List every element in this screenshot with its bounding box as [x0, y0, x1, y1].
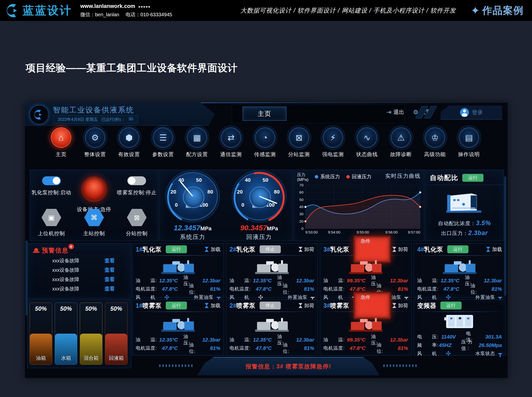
outlet-pressure-value: 2.3bar: [468, 229, 488, 236]
sliders-icon: ☰: [159, 133, 167, 143]
arrows-icon: ▸▸▸▸▸: [139, 4, 151, 9]
host-control-button[interactable]: ▣: [42, 209, 61, 226]
book-icon: ▤: [465, 133, 473, 143]
svg-text:0: 0: [301, 226, 303, 231]
hourglass-icon: [205, 303, 209, 308]
logout-button[interactable]: ⇥ 退出: [386, 108, 404, 116]
nav-item-home[interactable]: ⌂ 主页: [48, 127, 74, 167]
svg-text:50: 50: [299, 198, 303, 202]
svg-text:9:54:00: 9:54:00: [328, 230, 340, 234]
tanks-panel: 50% 油箱 50% 水箱 50% 混合箱 50% 回液箱: [27, 299, 131, 368]
card-spray-pump-2: 2# 喷雾泵 停止 卸荷 油 温:12.35°C油 压:12.3bar 电机温度…: [226, 299, 318, 356]
tab-home[interactable]: 主页: [243, 107, 286, 121]
view-link[interactable]: 查看: [104, 257, 115, 264]
unload-action[interactable]: 卸荷: [299, 302, 314, 309]
nav-item-parameter-settings[interactable]: ☰ 参数设置: [150, 127, 176, 167]
alert-row: xxx设备故障 查看: [28, 265, 131, 275]
gear-icon: ⚙: [91, 133, 99, 143]
siren-icon: [33, 248, 39, 253]
svg-text:40: 40: [299, 205, 303, 209]
nav-item-sensor-monitor[interactable]: ◔ 传感监测: [252, 127, 278, 167]
spray-pump-toggle[interactable]: [127, 176, 146, 185]
hourglass-icon: [392, 303, 396, 308]
emulsion-pump-toggle[interactable]: [42, 176, 61, 185]
oil-tank: 50% 油箱: [30, 303, 52, 365]
view-link[interactable]: 查看: [104, 276, 115, 283]
runtime-value: 30: [129, 117, 133, 122]
emulsion-toggle-label: 乳化泵控制:启动: [32, 189, 71, 196]
unload-action[interactable]: 卸荷: [392, 246, 408, 253]
contact-block: www.lanlanwork.com▸▸▸▸▸ 微信：ben_lanlan电话：…: [80, 3, 179, 18]
auto-ratio-title: 自动配比: [430, 173, 458, 182]
status-badge: 停止: [260, 245, 281, 253]
unload-action[interactable]: 卸荷: [392, 302, 408, 309]
hourglass-icon: [205, 247, 209, 252]
ratio-value: 3.5%: [476, 219, 491, 226]
nav-item-global-settings[interactable]: ⚙ 整体设置: [82, 127, 108, 167]
calendar-icon: ▦: [193, 133, 201, 143]
scrollbar-right[interactable]: [504, 177, 506, 295]
substation-icon: ⊠: [134, 214, 140, 222]
nav-item-recipe-settings[interactable]: ▦ 配方设置: [184, 127, 210, 167]
nav-item-power-monitor[interactable]: ⚡ 强电监测: [320, 127, 346, 167]
alarm-message: 报警信息：3# 喷雾泵故障急停!: [246, 363, 331, 370]
runtime-label: 已运行(秒)：: [101, 117, 125, 122]
return-pressure-gauge: 40 50 20 80 0 100 MPa 90.3457MPa 回液压力: [234, 170, 284, 241]
system-pressure-label: 系统压力: [180, 233, 205, 241]
alert-row: xxx设备故障 查看: [28, 256, 131, 265]
legend-system-pressure[interactable]: 系统压力: [315, 173, 340, 180]
system-pressure-value: 12.3457: [174, 224, 200, 232]
sparkle-icon: ✦: [471, 4, 480, 17]
nav-item-comm-monitor[interactable]: ⇄ 通信监测: [218, 127, 244, 167]
hourglass-icon: [392, 247, 396, 252]
legend-return-pressure[interactable]: 回液压力: [346, 173, 371, 180]
nav-item-advanced[interactable]: ♔ 高级功能: [422, 127, 448, 167]
nav-item-substation-monitor[interactable]: ⊠ 分站监测: [286, 127, 312, 167]
logout-label: 退出: [393, 108, 404, 116]
warning-icon: ⚠: [397, 133, 405, 143]
pump-machine-image: [320, 256, 412, 276]
phone-label: 电话：010-63334945: [126, 12, 172, 17]
main-nav: ⌂ 主页 ⚙ 整体设置 ⬢ 有效设置 ☰ 参数设置 ▦ 配方设置 ⇄ 通信监测: [48, 127, 482, 167]
substation-control-button[interactable]: ⊠: [127, 209, 147, 226]
site-url[interactable]: www.lanlanwork.com: [80, 3, 135, 9]
login-button[interactable]: 登录: [441, 106, 502, 120]
svg-text:70: 70: [299, 183, 303, 187]
monitor-icon: ⊠: [296, 133, 303, 143]
pressure-chart: 70605040302009:53:009:54:009:55:009:56:0…: [296, 183, 422, 235]
pump-machine-image: [226, 312, 318, 336]
alert-row: xxx设备故障 查看: [28, 275, 131, 284]
emergency-stop-button[interactable]: [81, 176, 107, 202]
pump-machine-image: [132, 256, 224, 276]
svg-text:9:53:00: 9:53:00: [305, 230, 318, 234]
home-icon: ⌂: [59, 133, 64, 143]
exit-icon: ⇥: [386, 109, 391, 116]
dashboard-screenshot: 智能工业设备供液系统 2022年4月8日 星期五 已运行(秒)： 30 主页 ⇥…: [25, 102, 508, 378]
view-link[interactable]: 查看: [104, 267, 115, 273]
lanlan-logo-icon: [6, 3, 21, 18]
hexagon-icon: ⬢: [125, 133, 133, 143]
date-text: 2022年4月8日 星期五: [58, 117, 98, 122]
nav-item-fault-diagnosis[interactable]: ⚠ 故障诊断: [388, 127, 414, 167]
svg-text:9:56:00: 9:56:00: [385, 230, 398, 234]
status-badge: 停止: [260, 302, 281, 309]
view-link[interactable]: 查看: [104, 285, 115, 292]
load-action[interactable]: 加载: [205, 246, 220, 253]
status-badge: 运行: [447, 245, 468, 253]
hourglass-icon: [299, 247, 302, 252]
nav-item-valid-settings[interactable]: ⬢ 有效设置: [116, 127, 142, 167]
load-action[interactable]: 加载: [486, 246, 502, 253]
nav-item-manual[interactable]: ▤ 操作说明: [456, 127, 482, 167]
nav-item-status-curve[interactable]: ∿ 状态曲线: [354, 127, 380, 167]
lanlan-brand[interactable]: 蓝蓝设计: [6, 3, 72, 18]
crown-icon: ♔: [431, 133, 439, 143]
status-badge: 运行: [440, 302, 462, 309]
master-station-button[interactable]: ⌘: [84, 209, 104, 226]
unload-action[interactable]: 卸荷: [299, 246, 314, 253]
card-emulsion-pump-1: 1# 乳化泵 运行 加载 油 温:12.35°C油 压:12.3bar 电机温度…: [132, 243, 224, 298]
legend-dot-red: [346, 175, 350, 179]
page-title: 项目经验——某重工集团工业设备软件界面设计: [26, 61, 238, 75]
portfolio-link[interactable]: ✦ 作品案例: [471, 4, 524, 17]
load-action[interactable]: 加载: [205, 302, 220, 309]
wechat-label: 微信：ben_lanlan: [80, 12, 119, 17]
